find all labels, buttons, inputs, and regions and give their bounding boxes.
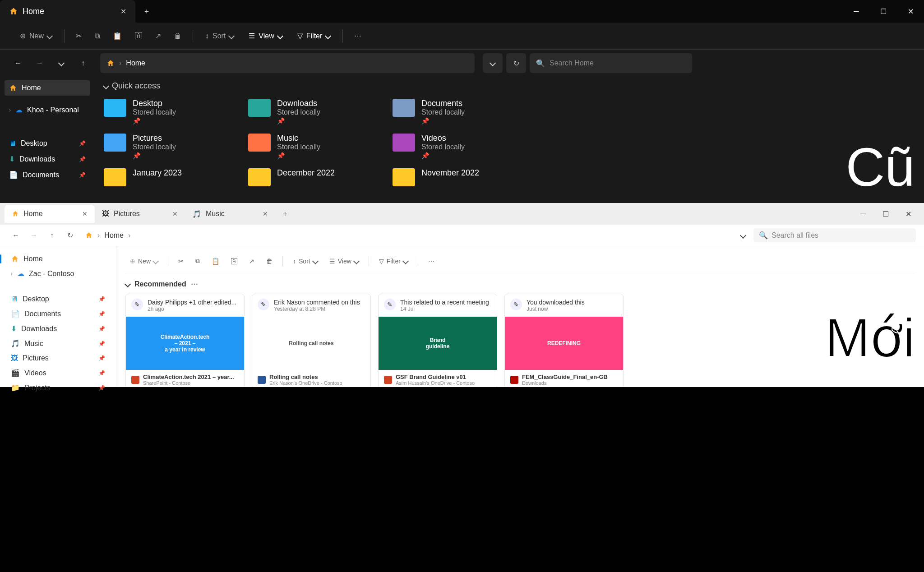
- sort-button[interactable]: ↕Sort: [288, 255, 322, 268]
- sidebar-item-onedrive[interactable]: ›☁Zac - Contoso: [6, 266, 110, 281]
- copy-button[interactable]: ⧉: [89, 28, 105, 44]
- paste-button[interactable]: 📋: [207, 255, 224, 268]
- sort-icon: ↕: [205, 32, 209, 40]
- sidebar-item-onedrive[interactable]: › ☁ Khoa - Personal: [5, 102, 90, 118]
- refresh-button[interactable]: ↻: [62, 228, 78, 243]
- sidebar-item-music[interactable]: 🎵 Music 📌: [6, 336, 110, 351]
- breadcrumb[interactable]: › Home ›: [80, 231, 733, 240]
- quick-access-folder[interactable]: Videos Stored locally📌: [393, 134, 532, 159]
- copy-button[interactable]: ⧉: [191, 254, 204, 268]
- tab-home[interactable]: Home ✕: [0, 0, 135, 23]
- minimize-button[interactable]: ─: [843, 2, 870, 20]
- up-button[interactable]: ↑: [44, 228, 60, 243]
- history-dropdown[interactable]: [483, 53, 503, 73]
- sidebar-item-videos[interactable]: 🎬 Videos 📌: [6, 365, 110, 380]
- address-bar[interactable]: › Home: [100, 53, 475, 73]
- up-button[interactable]: ↑: [74, 54, 92, 72]
- minimize-button[interactable]: ─: [852, 206, 874, 222]
- sidebar-item-desktop[interactable]: 🖥 Desktop 📌: [6, 292, 110, 306]
- cut-button[interactable]: ✂: [70, 28, 87, 44]
- recommended-card[interactable]: ✎ This related to a recent meeting 14 Ju…: [378, 294, 497, 387]
- quick-access-folder[interactable]: Music Stored locally📌: [248, 134, 388, 159]
- section-quick-access[interactable]: Quick access: [104, 81, 915, 91]
- more-button[interactable]: ⋯: [424, 255, 439, 268]
- breadcrumb-home[interactable]: Home: [104, 231, 124, 240]
- quick-access-folder[interactable]: Downloads Stored locally📌: [248, 99, 388, 125]
- back-button[interactable]: ←: [9, 54, 27, 72]
- quick-access-folder[interactable]: Pictures Stored locally📌: [104, 134, 244, 159]
- delete-button[interactable]: 🗑: [262, 255, 277, 268]
- delete-button[interactable]: 🗑: [169, 28, 187, 44]
- maximize-button[interactable]: ☐: [870, 2, 897, 20]
- close-icon[interactable]: ✕: [120, 7, 126, 16]
- breadcrumb-home[interactable]: Home: [126, 59, 145, 67]
- filter-button[interactable]: ▽Filter: [374, 255, 412, 268]
- new-tab-button[interactable]: ＋: [135, 7, 158, 16]
- cut-button[interactable]: ✂: [174, 255, 188, 268]
- file-location: Erik Nason's OneDrive - Contoso: [269, 380, 342, 386]
- card-subtitle: 2h ago: [148, 306, 236, 312]
- close-icon[interactable]: ✕: [172, 210, 178, 217]
- sidebar-item-home[interactable]: Home: [6, 252, 110, 266]
- new-button[interactable]: ⊕New: [125, 255, 162, 268]
- sidebar-item-documents[interactable]: 📄 Documents 📌: [6, 306, 110, 321]
- sidebar-item-documents[interactable]: 📄Documents📌: [5, 167, 90, 183]
- tab-home[interactable]: Home ✕: [5, 205, 95, 223]
- recommended-card[interactable]: ✎ Erik Nason commented on this Yesterday…: [252, 294, 371, 387]
- tab-pictures[interactable]: 🖼 Pictures ✕: [95, 205, 185, 223]
- paste-button[interactable]: 📋: [107, 28, 127, 44]
- filter-button[interactable]: ▽Filter: [291, 28, 337, 44]
- maximize-button[interactable]: ☐: [874, 206, 897, 222]
- view-button[interactable]: ☰View: [325, 255, 363, 268]
- address-row: ← → ↑ ↻ › Home › 🔍 Search all files: [0, 225, 924, 246]
- forward-button[interactable]: →: [31, 54, 49, 72]
- recent-button[interactable]: [52, 54, 70, 72]
- tab-music[interactable]: 🎵 Music ✕: [185, 205, 275, 223]
- new-button[interactable]: ⊕ New: [14, 28, 58, 44]
- sidebar-item-pictures[interactable]: 🖼 Pictures 📌: [6, 351, 110, 365]
- close-button[interactable]: ✕: [897, 206, 919, 222]
- chevron-right-icon[interactable]: ›: [11, 271, 13, 277]
- sidebar-label: Zac - Contoso: [29, 270, 74, 278]
- quick-access-folder[interactable]: December 2022: [248, 168, 388, 186]
- sidebar-item-home[interactable]: Home: [5, 80, 90, 96]
- file-icon: [258, 376, 266, 384]
- card-preview: Brandguideline: [379, 317, 497, 370]
- search-input[interactable]: 🔍 Search all files: [753, 228, 916, 242]
- close-button[interactable]: ✕: [897, 2, 924, 20]
- sidebar-item-projects[interactable]: 📁 Projects 📌: [6, 380, 110, 395]
- tab-title: Home: [23, 7, 44, 16]
- refresh-button[interactable]: ↻: [506, 53, 526, 73]
- search-input[interactable]: 🔍 Search Home: [530, 53, 692, 73]
- history-dropdown[interactable]: [735, 228, 751, 243]
- more-button[interactable]: ⋯: [349, 28, 367, 44]
- quick-access-folder[interactable]: Desktop Stored locally📌: [104, 99, 244, 125]
- share-button[interactable]: ↗: [150, 28, 166, 44]
- sidebar-item-downloads[interactable]: ⬇Downloads📌: [5, 151, 90, 167]
- quick-access-folder[interactable]: Documents Stored locally📌: [393, 99, 532, 125]
- share-button[interactable]: ↗: [245, 255, 259, 268]
- back-button[interactable]: ←: [8, 228, 23, 243]
- more-icon[interactable]: ⋯: [191, 280, 198, 288]
- home-icon: [85, 231, 93, 240]
- more-icon: ⋯: [428, 258, 434, 265]
- rename-button[interactable]: 🄰: [226, 255, 242, 268]
- chevron-right-icon[interactable]: ›: [9, 107, 11, 113]
- rename-button[interactable]: 🄰: [129, 28, 148, 44]
- section-recommended[interactable]: Recommended ⋯: [125, 280, 915, 288]
- new-tab-button[interactable]: ＋: [275, 209, 295, 219]
- recommended-card[interactable]: ✎ You downloaded this Just now REDEFININ…: [504, 294, 624, 387]
- forward-button[interactable]: →: [26, 228, 42, 243]
- close-icon[interactable]: ✕: [82, 210, 88, 217]
- view-button[interactable]: ☰View: [242, 28, 288, 44]
- activity-icon: ✎: [131, 299, 143, 310]
- chevron-right-icon: ›: [119, 59, 121, 67]
- folder-icon: [248, 134, 271, 152]
- close-icon[interactable]: ✕: [263, 210, 268, 217]
- sidebar-item-desktop[interactable]: 🖥Desktop📌: [5, 136, 90, 151]
- quick-access-folder[interactable]: January 2023: [104, 168, 244, 186]
- quick-access-folder[interactable]: November 2022: [393, 168, 532, 186]
- sort-button[interactable]: ↕Sort: [199, 28, 240, 44]
- sidebar-item-downloads[interactable]: ⬇ Downloads 📌: [6, 321, 110, 336]
- recommended-card[interactable]: ✎ Daisy Philipps +1 other edited... 2h a…: [125, 294, 245, 387]
